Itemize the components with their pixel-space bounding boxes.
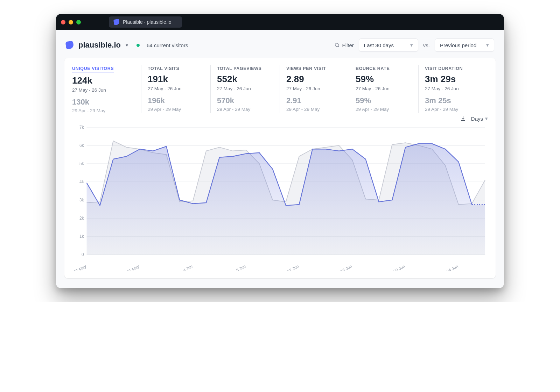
metric-prev-value: 59% (356, 96, 412, 105)
metric-total-visits[interactable]: TOTAL VISITS 191k 27 May - 26 Jun 196k 2… (141, 65, 211, 113)
date-range-label: Last 30 days (364, 42, 394, 48)
metric-title: TOTAL PAGEVIEWS (217, 66, 262, 71)
svg-text:8 Jun: 8 Jun (235, 264, 246, 271)
svg-text:16 Jun: 16 Jun (340, 264, 353, 271)
svg-text:0: 0 (82, 252, 84, 257)
close-icon[interactable] (61, 20, 65, 24)
plausible-favicon-icon (113, 19, 120, 25)
metrics-row: UNIQUE VISITORS 124k 27 May - 26 Jun 130… (72, 65, 488, 113)
svg-point-0 (335, 43, 338, 47)
metric-range: 27 May - 26 Jun (356, 86, 412, 91)
date-range-dropdown[interactable]: Last 30 days ▾ (359, 38, 418, 52)
metric-prev-value: 3m 25s (425, 96, 482, 105)
download-button[interactable] (460, 115, 466, 122)
compare-vs-label: vs. (423, 42, 430, 48)
metric-title: BOUNCE RATE (356, 66, 390, 71)
metric-title: UNIQUE VISITORS (72, 66, 114, 72)
svg-line-1 (338, 46, 339, 47)
chevron-down-icon: ▾ (485, 115, 488, 122)
svg-text:4 Jun: 4 Jun (182, 264, 193, 271)
metric-range: 27 May - 26 Jun (217, 86, 273, 91)
metric-title: TOTAL VISITS (148, 66, 180, 71)
chevron-down-icon: ▾ (410, 42, 413, 48)
maximize-icon[interactable] (76, 20, 81, 24)
svg-text:31 May: 31 May (126, 264, 140, 271)
interval-label: Days (471, 116, 483, 122)
plausible-logo-icon (65, 41, 74, 50)
metric-unique-visitors[interactable]: UNIQUE VISITORS 124k 27 May - 26 Jun 130… (72, 65, 141, 113)
chevron-down-icon[interactable]: ▾ (126, 42, 128, 48)
svg-text:27 May: 27 May (73, 264, 87, 271)
tab-title: Plausible · plausible.io (123, 19, 172, 25)
metric-range: 27 May - 26 Jun (286, 86, 343, 91)
interval-dropdown[interactable]: Days ▾ (471, 115, 488, 122)
browser-tab[interactable]: Plausible · plausible.io (109, 16, 182, 28)
svg-text:12 Jun: 12 Jun (286, 264, 300, 271)
app-window: Plausible · plausible.io plausible.io ▾ … (56, 14, 504, 288)
titlebar: Plausible · plausible.io (56, 14, 504, 30)
metric-prev-range: 29 Apr - 29 May (217, 107, 273, 112)
metric-prev-range: 29 Apr - 29 May (148, 107, 204, 112)
metric-prev-value: 196k (148, 96, 204, 105)
metric-range: 27 May - 26 Jun (425, 86, 482, 91)
svg-text:20 Jun: 20 Jun (393, 264, 406, 271)
compare-label: Previous period (440, 42, 476, 48)
metric-prev-range: 29 Apr - 29 May (286, 107, 343, 112)
metric-value: 2.89 (286, 74, 343, 85)
current-visitors[interactable]: 64 current visitors (147, 42, 188, 48)
chart-controls: Days ▾ (72, 115, 488, 122)
svg-text:2k: 2k (79, 216, 84, 221)
metric-range: 27 May - 26 Jun (148, 86, 204, 91)
svg-text:5k: 5k (79, 161, 84, 166)
svg-text:24 Jun: 24 Jun (446, 264, 459, 271)
site-selector[interactable]: plausible.io (78, 41, 121, 50)
metric-value: 191k (148, 74, 204, 85)
live-indicator-icon (136, 44, 140, 47)
chevron-down-icon: ▾ (486, 42, 489, 48)
metric-title: VISIT DURATION (425, 66, 463, 71)
metric-bounce-rate[interactable]: BOUNCE RATE 59% 27 May - 26 Jun 59% 29 A… (349, 65, 419, 113)
svg-text:1k: 1k (79, 234, 84, 239)
metric-prev-range: 29 Apr - 29 May (72, 108, 135, 113)
download-icon (460, 115, 466, 122)
search-icon (334, 42, 340, 48)
metric-value: 59% (356, 74, 412, 85)
metric-prev-value: 570k (217, 96, 273, 105)
metric-prev-value: 130k (72, 98, 135, 107)
minimize-icon[interactable] (69, 20, 73, 24)
svg-text:3k: 3k (79, 198, 84, 202)
metric-value: 124k (72, 75, 135, 86)
compare-dropdown[interactable]: Previous period ▾ (435, 38, 494, 52)
svg-text:7k: 7k (79, 125, 84, 130)
metric-prev-range: 29 Apr - 29 May (356, 107, 412, 112)
metric-title: VIEWS PER VISIT (286, 66, 326, 71)
visitors-chart[interactable]: 01k2k3k4k5k6k7k27 May31 May4 Jun8 Jun12 … (72, 124, 488, 271)
metric-total-pageviews[interactable]: TOTAL PAGEVIEWS 552k 27 May - 26 Jun 570… (211, 65, 280, 113)
page-content: plausible.io ▾ 64 current visitors Filte… (56, 30, 504, 288)
main-card: UNIQUE VISITORS 124k 27 May - 26 Jun 130… (64, 58, 496, 278)
top-controls: plausible.io ▾ 64 current visitors Filte… (64, 36, 496, 58)
window-controls (61, 20, 81, 24)
svg-text:6k: 6k (79, 143, 84, 148)
filter-label: Filter (342, 42, 354, 48)
metric-value: 3m 29s (425, 74, 482, 85)
filter-button[interactable]: Filter (334, 42, 354, 48)
metric-visit-duration[interactable]: VISIT DURATION 3m 29s 27 May - 26 Jun 3m… (419, 65, 488, 113)
metric-value: 552k (217, 74, 273, 85)
metric-range: 27 May - 26 Jun (72, 87, 135, 93)
metric-views-per-visit[interactable]: VIEWS PER VISIT 2.89 27 May - 26 Jun 2.9… (280, 65, 349, 113)
metric-prev-range: 29 Apr - 29 May (425, 107, 482, 112)
svg-text:4k: 4k (79, 179, 84, 184)
metric-prev-value: 2.91 (286, 96, 343, 105)
